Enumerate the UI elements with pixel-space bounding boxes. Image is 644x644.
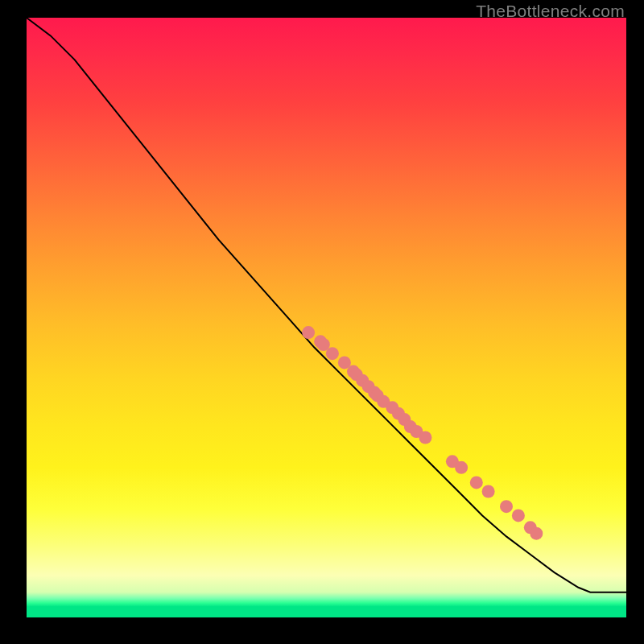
- chart-marker: [470, 476, 483, 489]
- chart-markers: [302, 326, 543, 540]
- chart-marker: [455, 461, 468, 474]
- chart-marker: [512, 509, 525, 522]
- watermark-text: TheBottleneck.com: [476, 2, 625, 21]
- chart-frame: TheBottleneck.com: [0, 0, 644, 644]
- chart-marker: [326, 347, 339, 360]
- chart-marker: [482, 485, 495, 498]
- chart-overlay: [27, 18, 626, 617]
- chart-marker: [302, 326, 315, 339]
- chart-marker: [419, 431, 431, 444]
- chart-line: [27, 18, 626, 592]
- chart-marker: [500, 500, 513, 513]
- chart-marker: [530, 527, 543, 540]
